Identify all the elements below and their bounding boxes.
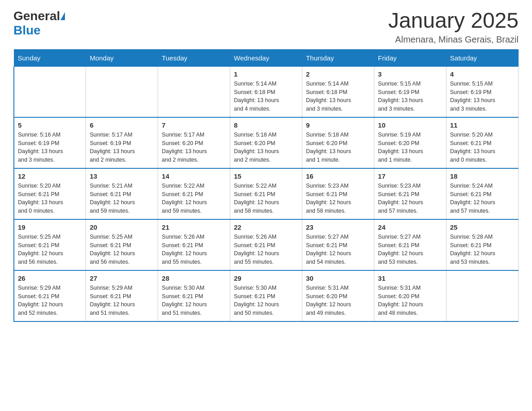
day-number: 4 <box>450 70 515 78</box>
calendar-week-row: 26Sunrise: 5:29 AMSunset: 6:21 PMDayligh… <box>14 270 519 321</box>
day-number: 27 <box>90 274 154 282</box>
page-title: January 2025 <box>388 9 519 33</box>
day-info: Sunrise: 5:30 AMSunset: 6:21 PMDaylight:… <box>162 284 226 317</box>
day-info: Sunrise: 5:29 AMSunset: 6:21 PMDaylight:… <box>90 284 154 317</box>
day-info: Sunrise: 5:26 AMSunset: 6:21 PMDaylight:… <box>234 233 298 266</box>
day-info: Sunrise: 5:31 AMSunset: 6:20 PMDaylight:… <box>306 284 370 317</box>
logo-triangle-icon <box>60 12 65 20</box>
day-info: Sunrise: 5:23 AMSunset: 6:21 PMDaylight:… <box>306 182 370 215</box>
day-number: 15 <box>234 172 298 180</box>
calendar-cell: 19Sunrise: 5:25 AMSunset: 6:21 PMDayligh… <box>14 219 86 270</box>
day-number: 28 <box>162 274 226 282</box>
calendar-cell: 16Sunrise: 5:23 AMSunset: 6:21 PMDayligh… <box>302 168 374 219</box>
calendar-cell: 5Sunrise: 5:16 AMSunset: 6:19 PMDaylight… <box>14 117 86 168</box>
calendar-cell: 10Sunrise: 5:19 AMSunset: 6:20 PMDayligh… <box>374 117 446 168</box>
calendar-cell: 4Sunrise: 5:15 AMSunset: 6:19 PMDaylight… <box>446 66 519 117</box>
day-number: 24 <box>378 223 442 231</box>
day-number: 1 <box>234 70 298 78</box>
day-info: Sunrise: 5:30 AMSunset: 6:21 PMDaylight:… <box>234 284 298 317</box>
calendar-cell: 17Sunrise: 5:23 AMSunset: 6:21 PMDayligh… <box>374 168 446 219</box>
calendar-cell: 1Sunrise: 5:14 AMSunset: 6:18 PMDaylight… <box>230 66 302 117</box>
calendar-cell: 6Sunrise: 5:17 AMSunset: 6:19 PMDaylight… <box>86 117 158 168</box>
page-header: General Blue January 2025 Almenara, Mina… <box>13 9 519 45</box>
day-number: 21 <box>162 223 226 231</box>
weekday-header-row: SundayMondayTuesdayWednesdayThursdayFrid… <box>14 49 519 66</box>
day-number: 10 <box>378 121 442 129</box>
day-info: Sunrise: 5:20 AMSunset: 6:21 PMDaylight:… <box>450 131 515 164</box>
calendar-cell: 29Sunrise: 5:30 AMSunset: 6:21 PMDayligh… <box>230 270 302 321</box>
day-number: 22 <box>234 223 298 231</box>
calendar-week-row: 19Sunrise: 5:25 AMSunset: 6:21 PMDayligh… <box>14 219 519 270</box>
calendar-cell: 25Sunrise: 5:28 AMSunset: 6:21 PMDayligh… <box>446 219 519 270</box>
weekday-header-monday: Monday <box>86 49 158 66</box>
calendar-cell: 3Sunrise: 5:15 AMSunset: 6:19 PMDaylight… <box>374 66 446 117</box>
calendar-cell: 18Sunrise: 5:24 AMSunset: 6:21 PMDayligh… <box>446 168 519 219</box>
calendar-cell: 27Sunrise: 5:29 AMSunset: 6:21 PMDayligh… <box>86 270 158 321</box>
weekday-header-wednesday: Wednesday <box>230 49 302 66</box>
day-info: Sunrise: 5:25 AMSunset: 6:21 PMDaylight:… <box>90 233 154 266</box>
day-info: Sunrise: 5:19 AMSunset: 6:20 PMDaylight:… <box>378 131 442 164</box>
day-info: Sunrise: 5:14 AMSunset: 6:18 PMDaylight:… <box>306 80 370 113</box>
calendar-cell <box>14 66 86 117</box>
day-info: Sunrise: 5:23 AMSunset: 6:21 PMDaylight:… <box>378 182 442 215</box>
day-info: Sunrise: 5:15 AMSunset: 6:19 PMDaylight:… <box>378 80 442 113</box>
day-info: Sunrise: 5:21 AMSunset: 6:21 PMDaylight:… <box>90 182 154 215</box>
calendar-cell: 15Sunrise: 5:22 AMSunset: 6:21 PMDayligh… <box>230 168 302 219</box>
calendar-cell: 24Sunrise: 5:27 AMSunset: 6:21 PMDayligh… <box>374 219 446 270</box>
day-number: 12 <box>18 172 82 180</box>
calendar-cell: 8Sunrise: 5:18 AMSunset: 6:20 PMDaylight… <box>230 117 302 168</box>
day-info: Sunrise: 5:28 AMSunset: 6:21 PMDaylight:… <box>450 233 515 266</box>
calendar-cell: 13Sunrise: 5:21 AMSunset: 6:21 PMDayligh… <box>86 168 158 219</box>
calendar-cell: 9Sunrise: 5:18 AMSunset: 6:20 PMDaylight… <box>302 117 374 168</box>
day-number: 8 <box>234 121 298 129</box>
calendar-cell: 26Sunrise: 5:29 AMSunset: 6:21 PMDayligh… <box>14 270 86 321</box>
calendar-table: SundayMondayTuesdayWednesdayThursdayFrid… <box>13 49 519 322</box>
calendar-cell: 22Sunrise: 5:26 AMSunset: 6:21 PMDayligh… <box>230 219 302 270</box>
day-number: 5 <box>18 121 82 129</box>
day-number: 26 <box>18 274 82 282</box>
calendar-cell: 31Sunrise: 5:31 AMSunset: 6:20 PMDayligh… <box>374 270 446 321</box>
day-number: 7 <box>162 121 226 129</box>
day-info: Sunrise: 5:17 AMSunset: 6:20 PMDaylight:… <box>162 131 226 164</box>
day-number: 17 <box>378 172 442 180</box>
day-info: Sunrise: 5:26 AMSunset: 6:21 PMDaylight:… <box>162 233 226 266</box>
logo: General Blue <box>13 9 65 38</box>
day-info: Sunrise: 5:22 AMSunset: 6:21 PMDaylight:… <box>162 182 226 215</box>
calendar-cell: 28Sunrise: 5:30 AMSunset: 6:21 PMDayligh… <box>158 270 230 321</box>
day-info: Sunrise: 5:17 AMSunset: 6:19 PMDaylight:… <box>90 131 154 164</box>
day-number: 29 <box>234 274 298 282</box>
calendar-cell: 14Sunrise: 5:22 AMSunset: 6:21 PMDayligh… <box>158 168 230 219</box>
calendar-cell: 23Sunrise: 5:27 AMSunset: 6:21 PMDayligh… <box>302 219 374 270</box>
day-number: 6 <box>90 121 154 129</box>
day-number: 14 <box>162 172 226 180</box>
day-number: 18 <box>450 172 515 180</box>
calendar-cell: 21Sunrise: 5:26 AMSunset: 6:21 PMDayligh… <box>158 219 230 270</box>
day-info: Sunrise: 5:27 AMSunset: 6:21 PMDaylight:… <box>306 233 370 266</box>
calendar-cell <box>446 270 519 321</box>
logo-blue-text: Blue <box>13 23 41 38</box>
title-block: January 2025 Almenara, Minas Gerais, Bra… <box>388 9 519 45</box>
day-info: Sunrise: 5:29 AMSunset: 6:21 PMDaylight:… <box>18 284 82 317</box>
day-info: Sunrise: 5:16 AMSunset: 6:19 PMDaylight:… <box>18 131 82 164</box>
weekday-header-saturday: Saturday <box>446 49 519 66</box>
logo-general-text: General <box>13 9 60 23</box>
calendar-cell: 7Sunrise: 5:17 AMSunset: 6:20 PMDaylight… <box>158 117 230 168</box>
day-number: 2 <box>306 70 370 78</box>
calendar-cell <box>86 66 158 117</box>
day-info: Sunrise: 5:31 AMSunset: 6:20 PMDaylight:… <box>378 284 442 317</box>
day-number: 16 <box>306 172 370 180</box>
day-number: 3 <box>378 70 442 78</box>
day-number: 31 <box>378 274 442 282</box>
calendar-cell: 12Sunrise: 5:20 AMSunset: 6:21 PMDayligh… <box>14 168 86 219</box>
calendar-cell: 20Sunrise: 5:25 AMSunset: 6:21 PMDayligh… <box>86 219 158 270</box>
weekday-header-thursday: Thursday <box>302 49 374 66</box>
day-number: 23 <box>306 223 370 231</box>
day-number: 20 <box>90 223 154 231</box>
day-info: Sunrise: 5:18 AMSunset: 6:20 PMDaylight:… <box>306 131 370 164</box>
day-info: Sunrise: 5:15 AMSunset: 6:19 PMDaylight:… <box>450 80 515 113</box>
weekday-header-sunday: Sunday <box>14 49 86 66</box>
day-number: 19 <box>18 223 82 231</box>
weekday-header-tuesday: Tuesday <box>158 49 230 66</box>
calendar-body: 1Sunrise: 5:14 AMSunset: 6:18 PMDaylight… <box>14 66 519 321</box>
calendar-cell: 2Sunrise: 5:14 AMSunset: 6:18 PMDaylight… <box>302 66 374 117</box>
